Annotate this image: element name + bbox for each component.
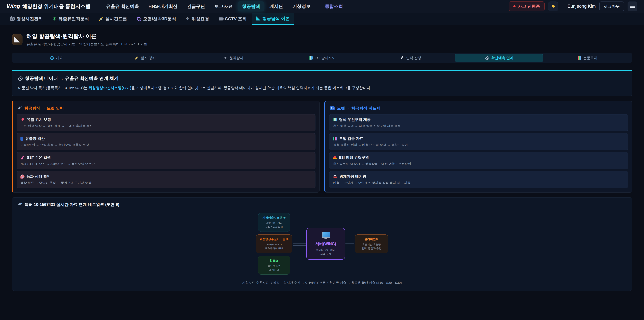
subnav-item-realtime-drone[interactable]: 실시간드론 <box>94 13 131 25</box>
secondary-navigation-bar: 영상사진관리 유출유면적분석 실시간드론 오염/선박3D분석 위성요청 CCTV… <box>0 13 644 25</box>
subnav-label: 오염/선박3D분석 <box>143 16 176 22</box>
node-title: 기상예측시스템 ① <box>262 216 286 220</box>
nav-item-oil-spill-forecast[interactable]: 유출유 확산예측 <box>102 1 143 12</box>
nav-item-aerial-search[interactable]: 항공탐색 <box>238 1 264 12</box>
palette-icon <box>20 175 24 179</box>
description-text: 이문진 박사 특허(등록특허 10-1567431)는 <box>18 86 88 90</box>
node-satellite-receiving-system: 위성영상수신시스템 ② SST(NGSST) 토호쿠대학 FTP <box>256 234 292 253</box>
tab-remote-sensing[interactable]: 원격탐사 <box>190 54 278 62</box>
antenna-dish-icon <box>18 202 22 207</box>
pin-icon <box>20 117 25 122</box>
subnav-item-satellite-request[interactable]: 위성요청 <box>182 13 214 25</box>
tab-esi-response-map[interactable]: ESI 방제지도 <box>278 54 366 62</box>
nav-item-board[interactable]: 게시판 <box>266 1 287 12</box>
tab-diffusion-forecast-linkage[interactable]: 확산예측 연계 <box>455 54 543 62</box>
nav-item-weather-info[interactable]: 기상정보 <box>288 1 314 12</box>
subnav-item-image-photo-management[interactable]: 영상사진관리 <box>6 13 47 25</box>
node-weather-forecast-system: 기상예측시스템 ① 바람·기온·기압 국립환경과학원 <box>258 213 290 232</box>
red-dot-icon <box>513 5 516 8</box>
node-line: 실시간 조위 <box>262 264 286 268</box>
bar-chart-icon <box>333 137 337 140</box>
nav-item-emergency-rescue[interactable]: 긴급구난 <box>183 1 209 12</box>
hamburger-icon <box>630 5 635 8</box>
logo-wing-mark: Wing <box>7 3 20 10</box>
network-diagram: 기상예측시스템 ① 바람·기온·기압 국립환경과학원 위성영상수신시스템 ② S… <box>18 213 626 274</box>
node-line: 모델 구동 <box>312 252 340 255</box>
top-right-controls: 사고 진행중 Eunjeong Kim 로그아웃 <box>509 1 637 11</box>
main-menu: 유출유 확산예측 HNS·대기확산 긴급구난 보고자료 항공탐색 게시판 기상정… <box>102 1 509 12</box>
flow-row-esi-risk-zone: ESI 피해 위험구역 확산경로×ESI 중첩 → 항공탐색 ESI 현장확인 … <box>329 152 628 169</box>
pencil-icon <box>400 56 404 60</box>
subnav-label: 영상사진관리 <box>16 16 43 22</box>
subnav-label: 항공탐색 이론 <box>262 16 290 22</box>
logout-button[interactable]: 로그아웃 <box>600 2 624 11</box>
flow-row-desc: 확산경로×ESI 중첩 → 항공탐색 ESI 현장확인 우선순위 <box>333 162 624 166</box>
set-square-icon <box>14 37 20 43</box>
magnifier-icon <box>137 17 141 21</box>
flow-row-title: 방제자원 배치안 <box>340 174 366 179</box>
tab-label: 원격탐사 <box>230 56 244 60</box>
nav-item-hns-air-diffusion[interactable]: HNS·대기확산 <box>144 1 182 12</box>
nav-item-reports[interactable]: 보고자료 <box>210 1 237 12</box>
flow-row-desc: 색상 분류 → 증발비 추정 → 풍화모델 초기값 보정 <box>20 181 312 185</box>
app-logo[interactable]: Wing 해양환경 위기대응 통합시스템 <box>7 3 90 10</box>
tab-papers-patents[interactable]: 논문특허 <box>544 54 632 62</box>
flow-row-model-validation: 모델 검증 자료 실측 유출유 위치 ↔ 예측값 오차 분석 → 정확도 평가 <box>329 133 628 150</box>
card-title-label: 모델 → 항공탐색 피드백 <box>337 106 380 111</box>
tab-label: ESI 방제지도 <box>314 56 336 60</box>
subnav-item-cctv-view[interactable]: CCTV 조회 <box>214 13 251 25</box>
satellite-icon <box>135 56 138 60</box>
flow-row-title: 모델 검증 자료 <box>339 136 363 141</box>
plane-icon <box>186 17 190 21</box>
page-title: 해양 항공탐색·원격탐사 이론 <box>26 33 148 40</box>
set-square-icon <box>256 17 260 21</box>
flow-row-title: 유출량 역산 <box>25 136 45 141</box>
tab-label: 논문특허 <box>583 56 598 60</box>
oil-barrel-icon <box>20 137 23 141</box>
page-subtitle: 유출유 원격탐지·항공감시 기법·ESI 방제정보지도·등록특허 10-1567… <box>26 42 148 47</box>
network-diagram-header: 특허 10-1567431 실시간 자료 연계 네트워크 (도면 9) <box>18 202 626 207</box>
node-title: 검조소 <box>262 259 286 262</box>
flow-row-title: 유출 위치 보정 <box>27 117 51 122</box>
flow-row-sst-input: SST 수온 입력 NGSST FTP 수신 → Akima 보간 → 풍화모델… <box>16 152 316 169</box>
page-title-icon-tile <box>12 34 22 45</box>
tab-overview[interactable]: 개요 <box>12 54 100 62</box>
tab-label: 면적 산정 <box>406 56 421 60</box>
map-book-icon <box>333 118 337 121</box>
node-line: 조석정보 <box>262 268 286 271</box>
notifications-button[interactable] <box>548 2 558 11</box>
books-icon <box>578 56 581 60</box>
diagram-left-column: 기상예측시스템 ① 바람·기온·기압 국립환경과학원 위성영상수신시스템 ② S… <box>256 213 292 274</box>
card-search-to-model-title: 항공탐색 → 모델 입력 <box>18 106 314 111</box>
satellite-icon <box>98 17 103 21</box>
tab-label: 개요 <box>56 56 63 60</box>
siren-icon <box>333 156 337 159</box>
nav-item-integrated-search[interactable]: 통합조회 <box>321 1 347 12</box>
node-line: SST(NGSST) <box>260 242 288 246</box>
tab-detection-equipment[interactable]: 탐지 장비 <box>101 54 189 62</box>
flow-row-desc: 드론·위성 영상 → GPS 좌표 → 모델 유출지점 갱신 <box>20 124 312 128</box>
subnav-item-aerial-search-theory[interactable]: 항공탐색 이론 <box>252 13 294 25</box>
node-line: 토호쿠대학 FTP <box>260 246 288 250</box>
flow-row-resource-deployment: 방제자원 배치안 예측 도달시간 → 오일펜스·방제정 최적 배치 좌표 제공 <box>329 171 628 188</box>
node-title: 서버(WING) <box>312 241 340 246</box>
subnav-item-pollution-ship-3d[interactable]: 오염/선박3D분석 <box>132 13 180 25</box>
card-model-to-search: 모델 → 항공탐색 피드백 탐색 우선구역 제공 확산 예측 결과 → 다음 탐… <box>324 101 632 193</box>
monitor-icon <box>321 232 330 239</box>
node-line: 입력 및 결과 수령 <box>358 246 384 250</box>
node-client: 클라이언트 유출지점·유출량 입력 및 결과 수령 <box>355 234 388 253</box>
flow-row-title: SST 수온 입력 <box>27 155 51 160</box>
subnav-item-oil-area-analysis[interactable]: 유출유면적분석 <box>48 13 93 25</box>
linkage-section-title: 항공탐색 데이터 → 유출유 확산예측 연계 체계 <box>25 75 118 81</box>
node-tide-station: 검조소 실시간 조위 조석정보 <box>258 256 290 274</box>
network-diagram-card: 특허 10-1567431 실시간 자료 연계 네트워크 (도면 9) 기상예측… <box>12 197 632 291</box>
network-diagram-caption: 기상자료·수온자료·조석정보 실시간 수신 → CHARRY 조류 + 취송류 … <box>18 280 626 285</box>
node-line: 유출지점·유출량 <box>358 242 384 246</box>
menu-button[interactable] <box>628 2 637 11</box>
flow-row-title: ESI 피해 위험구역 <box>339 155 369 160</box>
node-line: 바람·기온·기압 <box>262 221 286 225</box>
tab-area-calculation[interactable]: 면적 산정 <box>366 54 454 62</box>
flow-row-desc: 실측 유출유 위치 ↔ 예측값 오차 분석 → 정확도 평가 <box>333 143 624 147</box>
flow-row-title: 풍화 상태 확인 <box>26 174 51 179</box>
flow-row-weathering-state: 풍화 상태 확인 색상 분류 → 증발비 추정 → 풍화모델 초기값 보정 <box>16 171 316 188</box>
